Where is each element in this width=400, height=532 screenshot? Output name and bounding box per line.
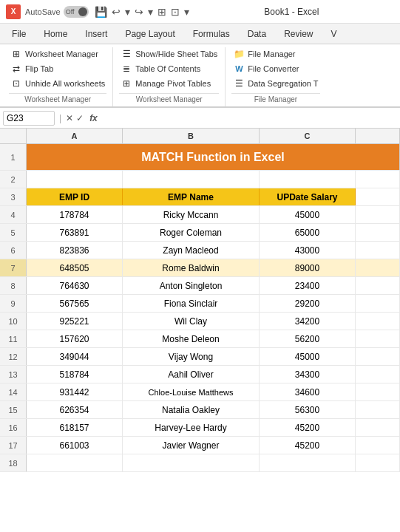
cell-18a[interactable] <box>27 454 123 471</box>
cell-17a[interactable]: 661003 <box>27 437 123 454</box>
col-header-a[interactable]: A <box>27 129 123 143</box>
redo-icon[interactable]: ↪ <box>135 6 143 18</box>
cell-11d[interactable] <box>356 330 400 347</box>
cell-2a[interactable] <box>27 171 123 188</box>
cell-8b[interactable]: Anton Singleton <box>123 277 260 294</box>
cell-13b[interactable]: Aahil Oliver <box>123 366 260 383</box>
cell-18b[interactable] <box>123 454 260 471</box>
cell-14b[interactable]: Chloe-Louise Matthews <box>123 383 260 400</box>
cell-16d[interactable] <box>356 419 400 436</box>
cell-3d[interactable] <box>356 188 400 205</box>
col-label-salary[interactable]: UPDate Salary <box>260 188 356 205</box>
unhide-worksheets-btn[interactable]: ⊡ Unhide All worksheets <box>9 77 106 90</box>
cell-12d[interactable] <box>356 348 400 365</box>
cell-6a[interactable]: 823836 <box>27 242 123 259</box>
tab-insert[interactable]: Insert <box>76 24 116 44</box>
cell-15c[interactable]: 56300 <box>260 401 356 418</box>
extra-dropdown[interactable]: ▾ <box>184 6 189 18</box>
cell-6d[interactable] <box>356 242 400 259</box>
cell-15d[interactable] <box>356 401 400 418</box>
cell-18d[interactable] <box>356 454 400 471</box>
cancel-formula-icon[interactable]: ✕ <box>66 113 73 123</box>
redo-dropdown[interactable]: ▾ <box>148 6 153 18</box>
cell-14d[interactable] <box>356 383 400 400</box>
more-icon[interactable]: ⊡ <box>171 6 180 18</box>
cell-11c[interactable]: 56200 <box>260 330 356 347</box>
cell-15b[interactable]: Natalia Oakley <box>123 401 260 418</box>
cell-9d[interactable] <box>356 295 400 312</box>
tab-home[interactable]: Home <box>35 24 76 44</box>
cell-14a[interactable]: 931442 <box>27 383 123 400</box>
cell-reference[interactable]: G23 <box>3 111 55 126</box>
save-icon[interactable]: 💾 <box>95 6 107 18</box>
cell-13a[interactable]: 518784 <box>27 366 123 383</box>
cell-4a[interactable]: 178784 <box>27 206 123 223</box>
cell-7d[interactable] <box>356 259 400 276</box>
worksheet-manager-btn[interactable]: ⊞ Worksheet Manager <box>9 47 106 61</box>
cell-2b[interactable] <box>123 171 260 188</box>
cell-12c[interactable]: 45000 <box>260 348 356 365</box>
cell-17c[interactable]: 45200 <box>260 437 356 454</box>
cell-17b[interactable]: Javier Wagner <box>123 437 260 454</box>
cell-13d[interactable] <box>356 366 400 383</box>
autosave-toggle[interactable]: Off <box>64 6 89 18</box>
view-icon[interactable]: ⊞ <box>157 6 166 18</box>
cell-16c[interactable]: 45200 <box>260 419 356 436</box>
tab-view[interactable]: V <box>322 24 346 44</box>
col-header-b[interactable]: B <box>123 129 260 143</box>
cell-8c[interactable]: 23400 <box>260 277 356 294</box>
cell-10d[interactable] <box>356 313 400 330</box>
manage-pivot-btn[interactable]: ⊞ Manage Pivot Tables <box>119 77 219 90</box>
cell-7c[interactable]: 89000 <box>260 259 356 276</box>
cell-16b[interactable]: Harvey-Lee Hardy <box>123 419 260 436</box>
file-converter-btn[interactable]: W File Converter <box>231 62 319 75</box>
flip-tab-btn[interactable]: ⇄ Flip Tab <box>9 62 106 75</box>
tab-page-layout[interactable]: Page Layout <box>116 24 183 44</box>
show-hide-tabs-btn[interactable]: ☰ Show/Hide Sheet Tabs <box>119 47 219 61</box>
cell-11b[interactable]: Moshe Deleon <box>123 330 260 347</box>
fx-icon[interactable]: fx <box>89 113 98 123</box>
cell-9a[interactable]: 567565 <box>27 295 123 312</box>
cell-12a[interactable]: 349044 <box>27 348 123 365</box>
table-of-contents-btn[interactable]: ≣ Table Of Contents <box>119 62 219 75</box>
cell-5b[interactable]: Roger Coleman <box>123 224 260 241</box>
col-header-c[interactable]: C <box>260 129 356 143</box>
cell-5c[interactable]: 65000 <box>260 224 356 241</box>
cell-4b[interactable]: Ricky Mccann <box>123 206 260 223</box>
cell-4d[interactable] <box>356 206 400 223</box>
cell-13c[interactable]: 34300 <box>260 366 356 383</box>
cell-10a[interactable]: 925221 <box>27 313 123 330</box>
cell-5d[interactable] <box>356 224 400 241</box>
col-header-d[interactable] <box>356 129 400 143</box>
cell-9c[interactable]: 29200 <box>260 295 356 312</box>
tab-review[interactable]: Review <box>275 24 322 44</box>
cell-17d[interactable] <box>356 437 400 454</box>
cell-4c[interactable]: 45000 <box>260 206 356 223</box>
tab-formulas[interactable]: Formulas <box>184 24 239 44</box>
tab-data[interactable]: Data <box>239 24 275 44</box>
tab-file[interactable]: File <box>3 24 35 44</box>
file-manager-btn[interactable]: 📁 File Manager <box>231 47 319 61</box>
cell-6b[interactable]: Zayn Macleod <box>123 242 260 259</box>
cell-8a[interactable]: 764630 <box>27 277 123 294</box>
cell-2c[interactable] <box>260 171 356 188</box>
cell-2d[interactable] <box>356 171 400 188</box>
col-label-empid[interactable]: EMP ID <box>27 188 123 205</box>
cell-5a[interactable]: 763891 <box>27 224 123 241</box>
confirm-formula-icon[interactable]: ✓ <box>76 113 84 123</box>
cell-16a[interactable]: 618157 <box>27 419 123 436</box>
cell-14c[interactable]: 34600 <box>260 383 356 400</box>
cell-8d[interactable] <box>356 277 400 294</box>
cell-18c[interactable] <box>260 454 356 471</box>
cell-10c[interactable]: 34200 <box>260 313 356 330</box>
cell-6c[interactable]: 43000 <box>260 242 356 259</box>
undo-dropdown[interactable]: ▾ <box>125 6 130 18</box>
undo-icon[interactable]: ↩ <box>112 6 121 18</box>
cell-15a[interactable]: 626354 <box>27 401 123 418</box>
data-segregation-btn[interactable]: ☰ Data Segregation T <box>231 77 319 90</box>
col-label-empname[interactable]: EMP Name <box>123 188 260 205</box>
cell-9b[interactable]: Fiona Sinclair <box>123 295 260 312</box>
cell-7a[interactable]: 648505 <box>27 259 123 276</box>
cell-10b[interactable]: Wil Clay <box>123 313 260 330</box>
cell-11a[interactable]: 157620 <box>27 330 123 347</box>
